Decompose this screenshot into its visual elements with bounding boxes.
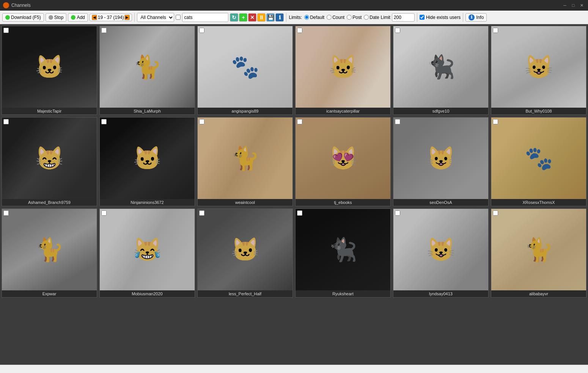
cell-checkbox[interactable] (3, 119, 9, 124)
download-button[interactable]: Download (F5) (2, 13, 44, 22)
cell-checkbox[interactable] (395, 119, 400, 124)
stop-icon (49, 15, 53, 20)
image-cell[interactable]: 😸Ashamed_Branch9759 (2, 117, 97, 206)
minimize-button[interactable]: ─ (561, 2, 568, 9)
limit-default-text: Default (310, 15, 324, 20)
main-content: 🐱MajesticTapir🐈Shia_LaMurph🐾angispangis8… (0, 24, 588, 365)
image-cell[interactable]: 😻tj_ebooks (295, 117, 391, 206)
title-bar: Channels ─ □ ✕ (0, 0, 588, 11)
cell-checkbox[interactable] (493, 210, 498, 216)
cell-checkbox[interactable] (3, 28, 9, 33)
action-save-button[interactable]: 💾 (266, 13, 275, 22)
action-delete-button[interactable]: ✕ (248, 13, 256, 22)
cell-username: tj_ebooks (296, 199, 390, 206)
limits-group: Limits: Default Count Post Date (289, 15, 379, 20)
stop-button[interactable]: Stop (46, 13, 67, 22)
limit-default-label[interactable]: Default (304, 15, 324, 20)
cell-checkbox[interactable] (493, 28, 498, 33)
add-button[interactable]: Add (68, 13, 88, 22)
cell-checkbox[interactable] (101, 119, 107, 124)
cell-checkbox[interactable] (199, 210, 204, 216)
cell-checkbox[interactable] (297, 119, 302, 124)
cell-username: icantsaycaterpillar (296, 108, 390, 114)
cell-checkbox[interactable] (3, 210, 9, 216)
limits-label: Limits: (289, 15, 302, 20)
image-cell[interactable]: 😺seoDenOsA (393, 117, 489, 206)
info-label: Info (476, 15, 484, 20)
cell-checkbox[interactable] (493, 119, 498, 124)
image-cell[interactable]: 🐈Shia_LaMurph (99, 26, 195, 115)
range-box: ◀ 19 - 37 (194) ▶ (90, 14, 132, 21)
hide-exists-label: Hide exists users (426, 15, 461, 20)
maximize-button[interactable]: □ (570, 2, 577, 9)
cell-checkbox[interactable] (199, 28, 204, 33)
image-grid: 🐱MajesticTapir🐈Shia_LaMurph🐾angispangis8… (2, 26, 586, 298)
limit-input-label: Limit (381, 15, 390, 20)
action-info-button[interactable]: ℹ (275, 13, 284, 22)
cell-checkbox[interactable] (297, 28, 302, 33)
close-button[interactable]: ✕ (578, 2, 585, 9)
limit-count-label[interactable]: Count (327, 15, 344, 20)
action-add-button[interactable]: + (239, 13, 247, 22)
cell-username: lyndsay0413 (393, 290, 488, 297)
image-cell[interactable]: 🐈‍⬛sdfgve10 (393, 26, 489, 115)
image-cell[interactable]: 😺lyndsay0413 (393, 208, 489, 298)
limit-value-input[interactable] (392, 13, 415, 22)
image-cell[interactable]: 🐱Ninjaminions3672 (99, 117, 195, 206)
cell-checkbox[interactable] (199, 119, 204, 124)
separator-2 (286, 13, 286, 22)
range-text: 19 - 37 (194) (98, 15, 124, 20)
toolbar: Download (F5) Stop Add ◀ 19 - 37 (194) ▶… (0, 11, 588, 24)
action-buttons: ↻ + ✕ ⏸ 💾 ℹ (230, 13, 284, 22)
cell-checkbox[interactable] (297, 210, 302, 216)
cell-username: Ryuksheart (296, 290, 390, 297)
window-controls: ─ □ ✕ (561, 2, 585, 9)
refresh-button[interactable]: ↻ (230, 13, 238, 22)
image-cell[interactable]: 🐱less_Perfect_Half (197, 208, 293, 298)
cell-checkbox[interactable] (101, 28, 107, 33)
cell-username: Mobiusman2020 (100, 290, 195, 297)
cell-checkbox[interactable] (395, 210, 400, 216)
image-cell[interactable]: 😺But_Why0108 (491, 26, 586, 115)
cell-username: sdfgve10 (393, 108, 488, 114)
image-cell[interactable]: 🐱MajesticTapir (2, 26, 97, 115)
cell-username: Ashamed_Branch9759 (2, 199, 97, 206)
info-button[interactable]: ℹ Info (465, 13, 487, 22)
limit-date-text: Date (369, 15, 379, 20)
image-cell[interactable]: 🐈alibabayvr (491, 208, 586, 298)
image-cell[interactable]: 🐈weaintcool (197, 117, 293, 206)
image-cell[interactable]: 🐾XRosesxThomsX (491, 117, 586, 206)
filter-checkbox[interactable] (176, 15, 181, 20)
limit-count-radio[interactable] (327, 15, 332, 20)
image-cell[interactable]: 🐾angispangis89 (197, 26, 293, 115)
limit-default-radio[interactable] (304, 15, 309, 20)
cell-username: But_Why0108 (491, 108, 586, 114)
cell-username: Expwar (2, 290, 97, 297)
image-cell[interactable]: 🐈Expwar (2, 208, 97, 298)
cell-checkbox[interactable] (101, 210, 107, 216)
image-cell[interactable]: 😹Mobiusman2020 (99, 208, 195, 298)
hide-exists-checkbox[interactable] (420, 15, 424, 20)
download-label: Download (F5) (11, 15, 41, 20)
range-next-button[interactable]: ▶ (124, 15, 130, 20)
add-label: Add (77, 15, 85, 20)
channel-filter-dropdown[interactable]: All Channels (137, 13, 174, 22)
action-pause-button[interactable]: ⏸ (257, 13, 266, 22)
download-icon (5, 15, 10, 20)
image-cell[interactable]: 🐱icantsaycaterpillar (295, 26, 391, 115)
range-prev-button[interactable]: ◀ (92, 15, 97, 20)
image-cell[interactable]: 🐈‍⬛Ryuksheart (295, 208, 391, 298)
limit-date-label[interactable]: Date (364, 15, 379, 20)
search-input[interactable] (182, 14, 228, 21)
status-bar (0, 365, 588, 373)
separator-3 (417, 13, 417, 22)
info-icon: ℹ (469, 14, 475, 20)
limit-post-label[interactable]: Post (347, 15, 362, 20)
limit-date-radio[interactable] (364, 15, 369, 20)
add-icon (71, 15, 75, 20)
search-container (182, 13, 228, 22)
limit-post-radio[interactable] (347, 15, 352, 20)
cell-checkbox[interactable] (395, 28, 400, 33)
cell-username: less_Perfect_Half (198, 290, 292, 297)
stop-label: Stop (54, 15, 64, 20)
